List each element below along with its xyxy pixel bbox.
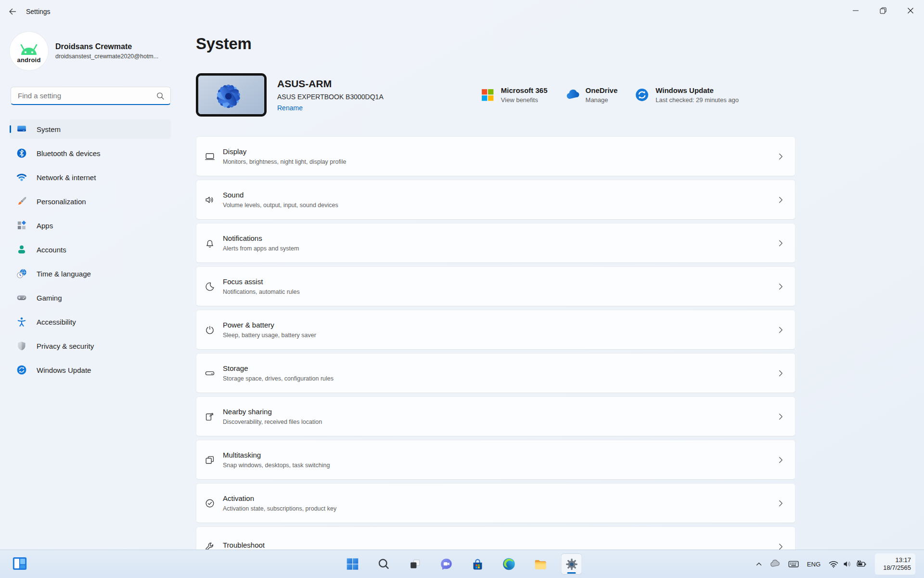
active-app-indicator: [567, 572, 576, 574]
chevron-right-icon: [776, 325, 785, 335]
quick-link-windows-update[interactable]: Windows Update Last checked: 29 minutes …: [635, 86, 739, 104]
power-icon: [204, 324, 216, 336]
wifi-icon: [16, 172, 27, 183]
quick-link-title: Windows Update: [655, 86, 739, 94]
snap-layout-icon[interactable]: [13, 557, 27, 571]
user-profile[interactable]: android Droidsans Crewmate droidsanstest…: [10, 32, 183, 70]
quick-link-onedrive[interactable]: OneDrive Manage: [565, 86, 618, 104]
sidebar-item-accessibility[interactable]: Accessibility: [10, 312, 171, 331]
microsoft-store-button[interactable]: [467, 553, 488, 575]
search-icon: [377, 557, 391, 571]
quick-link-title: Microsoft 365: [501, 86, 548, 94]
settings-row-storage[interactable]: Storage Storage space, drives, configura…: [196, 353, 796, 393]
taskbar-search-button[interactable]: [373, 553, 395, 575]
edge-button[interactable]: [499, 553, 520, 575]
touch-keyboard-button[interactable]: [784, 553, 803, 575]
settings-row-notifications[interactable]: Notifications Alerts from apps and syste…: [196, 223, 796, 263]
shield-icon: [16, 341, 27, 351]
sidebar-item-accounts[interactable]: Accounts: [10, 240, 171, 259]
settings-row-power-battery[interactable]: Power & battery Sleep, battery usage, ba…: [196, 310, 796, 350]
moon-icon: [204, 281, 216, 292]
sidebar-item-apps[interactable]: Apps: [10, 216, 171, 235]
row-subtitle: Activation state, subscriptions, product…: [223, 505, 336, 512]
settings-row-activation[interactable]: Activation Activation state, subscriptio…: [196, 483, 796, 523]
sidebar-item-privacy-security[interactable]: Privacy & security: [10, 336, 171, 355]
onedrive-tray-button[interactable]: [766, 553, 784, 575]
chevron-right-icon: [776, 542, 785, 551]
windows-update-icon: [635, 88, 649, 102]
row-subtitle: Volume levels, output, input, sound devi…: [223, 202, 338, 209]
battery-charging-icon: [856, 558, 867, 570]
gear-icon: [565, 557, 578, 571]
sidebar-item-label: System: [37, 125, 61, 133]
language-indicator[interactable]: ENG: [803, 553, 825, 575]
task-view-button[interactable]: [405, 553, 426, 575]
windows-start-icon: [346, 557, 360, 571]
start-button[interactable]: [342, 553, 363, 575]
window-controls: [842, 0, 924, 21]
hidden-icons-button[interactable]: [752, 553, 766, 575]
row-title: Storage: [223, 364, 334, 372]
sidebar-item-bluetooth-devices[interactable]: Bluetooth & devices: [10, 144, 171, 163]
settings-row-troubleshoot[interactable]: Troubleshoot: [196, 526, 796, 550]
quick-link-subtitle: Last checked: 29 minutes ago: [655, 96, 739, 104]
sidebar-item-system[interactable]: System: [10, 119, 171, 139]
row-subtitle: Notifications, automatic rules: [223, 289, 300, 295]
row-title: Display: [223, 147, 346, 156]
settings-row-focus-assist[interactable]: Focus assist Notifications, automatic ru…: [196, 266, 796, 306]
restore-button[interactable]: [869, 0, 897, 21]
sound-icon: [204, 194, 216, 206]
windows-bloom-wallpaper: [198, 76, 264, 114]
restore-icon: [878, 5, 888, 16]
settings-button[interactable]: [561, 553, 582, 575]
sidebar-item-gaming[interactable]: Gaming: [10, 288, 171, 307]
sidebar-item-personalization[interactable]: Personalization: [10, 192, 171, 211]
settings-row-sound[interactable]: Sound Volume levels, output, input, soun…: [196, 180, 796, 220]
minimize-button[interactable]: [842, 0, 869, 21]
sidebar-item-label: Accessibility: [37, 318, 76, 326]
app-title: Settings: [26, 8, 51, 15]
chevron-right-icon: [776, 412, 785, 421]
back-arrow-icon: [8, 7, 17, 16]
close-button[interactable]: [897, 0, 924, 21]
paintbrush-icon: [16, 196, 27, 207]
sidebar-item-time-language[interactable]: Time & language: [10, 264, 171, 283]
multitasking-windows-icon: [204, 454, 216, 466]
time-label: 13:17: [895, 556, 911, 564]
android-logo-icon: [10, 32, 48, 70]
sidebar-item-windows-update[interactable]: Windows Update: [10, 360, 171, 380]
network-volume-battery-button[interactable]: [825, 553, 870, 575]
file-explorer-icon: [533, 557, 548, 571]
clock[interactable]: 13:17 18/7/2565: [875, 553, 915, 575]
settings-row-nearby-sharing[interactable]: Nearby sharing Discoverability, received…: [196, 396, 796, 436]
file-explorer-button[interactable]: [530, 553, 551, 575]
row-subtitle: Storage space, drives, configuration rul…: [223, 375, 334, 382]
settings-row-display[interactable]: Display Monitors, brightness, night ligh…: [196, 136, 796, 176]
settings-row-multitasking[interactable]: Multitasking Snap windows, desktops, tas…: [196, 440, 796, 480]
rename-link[interactable]: Rename: [277, 104, 303, 112]
sidebar-item-label: Time & language: [37, 270, 91, 278]
sidebar-item-network-internet[interactable]: Network & internet: [10, 168, 171, 187]
onedrive-icon: [565, 88, 579, 102]
clock-globe-icon: [16, 268, 27, 279]
wrench-icon: [204, 541, 216, 551]
android-wordmark: android: [10, 56, 48, 64]
search-box: [11, 87, 171, 105]
quick-link-microsoft-365[interactable]: Microsoft 365 View benefits: [480, 86, 548, 104]
sidebar-item-label: Accounts: [37, 246, 66, 254]
sidebar-nav: System Bluetooth & devices: [10, 119, 183, 380]
apps-grid-icon: [16, 220, 27, 231]
device-thumbnail: [196, 73, 267, 117]
sidebar-item-label: Personalization: [37, 197, 86, 206]
keyboard-icon: [787, 558, 800, 570]
row-subtitle: Discoverability, received files location: [223, 419, 322, 425]
page-title: System: [196, 35, 796, 53]
search-input[interactable]: [11, 87, 170, 104]
windows-update-icon: [16, 365, 27, 375]
device-model: ASUS EXPERTBOOK B3000DQ1A: [277, 93, 384, 101]
main-content: System: [183, 23, 924, 550]
storage-drive-icon: [204, 368, 216, 379]
back-button[interactable]: [4, 3, 21, 20]
task-view-icon: [409, 557, 422, 571]
chat-button[interactable]: [436, 553, 457, 575]
